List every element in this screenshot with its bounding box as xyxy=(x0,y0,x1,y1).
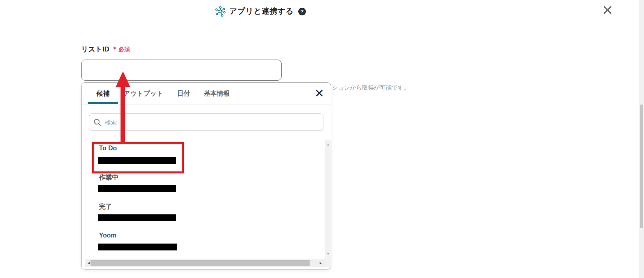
list-item-label[interactable]: 作業中 xyxy=(99,173,118,182)
redacted-value xyxy=(98,214,176,221)
required-asterisk: ＊ xyxy=(112,45,118,53)
scroll-left-arrow-icon[interactable]: ◄ xyxy=(87,261,90,265)
redacted-value xyxy=(98,244,177,250)
modal-header: アプリと連携する ? ✕ xyxy=(0,0,639,29)
search-box[interactable] xyxy=(89,113,323,131)
redacted-value xyxy=(98,157,176,164)
list-vertical-scrollbar[interactable]: ▲ ▼ xyxy=(325,140,331,267)
page-title: アプリと連携する xyxy=(229,6,294,17)
tabs-divider xyxy=(82,105,331,105)
tab-output[interactable]: アウトプット xyxy=(123,90,163,98)
app-integration-icon xyxy=(215,6,226,17)
redacted-value xyxy=(98,185,176,192)
help-icon[interactable]: ? xyxy=(298,8,306,15)
required-badge: 必須 xyxy=(118,46,130,53)
list-id-label-row: リストID ＊ 必須 xyxy=(81,45,130,54)
field-hint-text: ションから取得が可能です。 xyxy=(332,84,409,92)
list-item-label[interactable]: To Do xyxy=(99,145,117,152)
scroll-right-arrow-icon[interactable]: ► xyxy=(319,261,323,265)
modal-title-group: アプリと連携する ? xyxy=(215,6,306,17)
app-link-modal: アプリと連携する ? ✕ リストID ＊ 必須 ションから取得が可能です。 候補… xyxy=(0,0,644,278)
page-scroll-thumb[interactable] xyxy=(640,105,643,228)
panel-tabs: 候補 アウトプット 日付 基本情報 xyxy=(97,90,230,98)
modal-close-icon[interactable]: ✕ xyxy=(602,3,614,17)
tab-candidates[interactable]: 候補 xyxy=(97,90,110,98)
active-tab-underline xyxy=(88,102,118,104)
scroll-down-arrow-icon[interactable]: ▼ xyxy=(325,252,331,256)
page-scrollbar[interactable] xyxy=(639,0,644,278)
scroll-up-arrow-icon[interactable]: ▲ xyxy=(325,143,331,146)
list-item-label[interactable]: 完了 xyxy=(99,203,112,211)
list-item-label[interactable]: Yoom xyxy=(99,232,116,239)
horizontal-scroll-thumb[interactable] xyxy=(90,260,310,266)
suggestion-panel: 候補 アウトプット 日付 基本情報 ✕ To Do 作業中 完了 Yoom ▲ … xyxy=(81,82,331,269)
list-id-label: リストID xyxy=(81,45,109,54)
list-horizontal-scrollbar[interactable]: ◄ ► xyxy=(85,259,325,267)
list-id-input[interactable] xyxy=(81,60,282,81)
tab-basic-info[interactable]: 基本情報 xyxy=(204,90,230,98)
panel-close-icon[interactable]: ✕ xyxy=(314,88,324,99)
tab-date[interactable]: 日付 xyxy=(177,90,190,98)
search-input[interactable] xyxy=(105,119,319,126)
search-icon xyxy=(93,118,101,126)
